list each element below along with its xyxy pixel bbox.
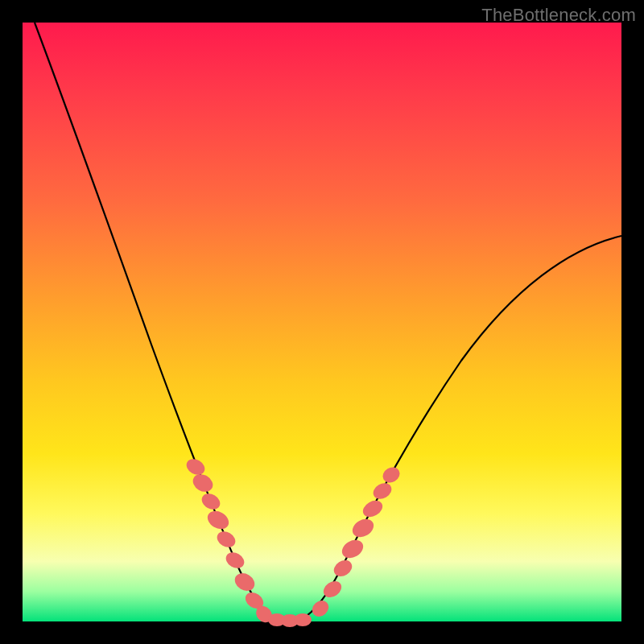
svg-point-19 bbox=[380, 464, 402, 486]
svg-point-18 bbox=[370, 480, 394, 502]
svg-point-6 bbox=[232, 570, 258, 595]
svg-point-14 bbox=[331, 557, 355, 580]
svg-point-0 bbox=[184, 456, 208, 478]
plot-area bbox=[23, 23, 621, 621]
outer-frame: TheBottleneck.com bbox=[0, 0, 644, 644]
svg-point-2 bbox=[199, 490, 223, 513]
svg-point-4 bbox=[214, 528, 238, 551]
bottleneck-curve bbox=[35, 23, 621, 620]
svg-point-15 bbox=[339, 536, 366, 561]
chart-svg bbox=[23, 23, 621, 621]
svg-point-3 bbox=[204, 507, 232, 532]
svg-point-1 bbox=[190, 471, 217, 495]
marker-dots bbox=[184, 456, 402, 627]
svg-point-16 bbox=[349, 515, 377, 540]
svg-point-11 bbox=[294, 613, 312, 626]
svg-point-17 bbox=[360, 497, 386, 521]
watermark-text: TheBottleneck.com bbox=[481, 5, 636, 26]
svg-point-5 bbox=[223, 549, 247, 572]
